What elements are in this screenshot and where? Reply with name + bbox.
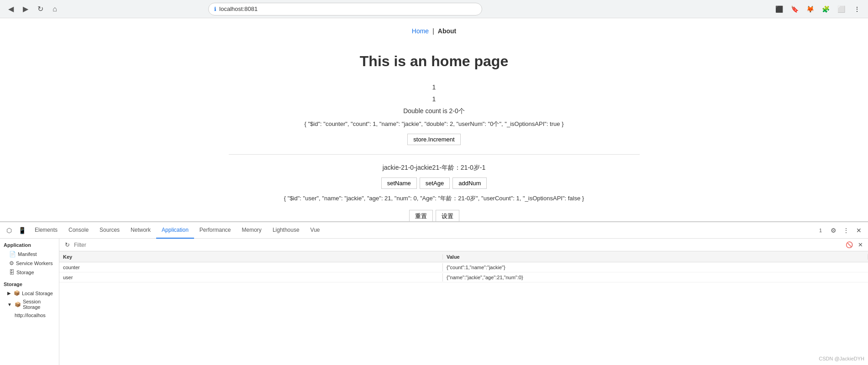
session-storage-icon: 📦 (15, 302, 21, 308)
filter-input[interactable] (74, 242, 842, 248)
table-cell-value-1: {"name":"jackie","age":21,"num":0} (443, 273, 868, 282)
devtools-tabs: Elements Console Sources Network Applica… (29, 222, 813, 239)
sidebar-item-storage-app[interactable]: 🗄 Storage (0, 268, 59, 277)
home-link[interactable]: Home (412, 27, 429, 35)
user-info: jackie-21-0-jackie21-年龄：21-0岁-1 (383, 164, 486, 172)
nav-separator: | (432, 27, 434, 35)
tab-sources[interactable]: Sources (94, 222, 125, 239)
forward-button[interactable]: ▶ (19, 3, 32, 16)
about-link[interactable]: About (438, 27, 456, 35)
filter-clear-btn[interactable]: ✕ (856, 241, 864, 249)
extension-btn-5[interactable]: ⬜ (835, 3, 848, 16)
url-text: localhost:8081 (219, 5, 258, 12)
tab-vue[interactable]: Vue (305, 222, 326, 239)
extension-btn-4[interactable]: 🧩 (820, 3, 832, 16)
storage-app-icon: 🗄 (9, 269, 15, 276)
divider (229, 154, 640, 155)
expand-arrow-local: ▶ (7, 291, 11, 296)
set-age-button[interactable]: setAge (420, 177, 450, 189)
local-storage-icon: 📦 (14, 290, 20, 296)
user-buttons: setName setAge addNum (381, 177, 487, 189)
sidebar-item-session-storage-sub[interactable]: http://localhos (0, 311, 59, 319)
tab-performance[interactable]: Performance (194, 222, 237, 239)
filter-bar: ↻ 🚫 ✕ (59, 239, 868, 251)
tab-lighthouse[interactable]: Lighthouse (267, 222, 305, 239)
increment-button[interactable]: store.Increment (407, 134, 460, 145)
table-row[interactable]: counter {"count":1,"name":"jackie"} (59, 262, 868, 272)
inspect-element-btn[interactable]: ⬡ (4, 225, 15, 236)
table-cell-key-1: user (59, 273, 443, 282)
tab-memory[interactable]: Memory (237, 222, 267, 239)
device-toggle-btn[interactable]: 📱 (16, 225, 27, 236)
browser-chrome: ◀ ▶ ↻ ⌂ ℹ localhost:8081 ⬛ 🔖 🦊 🧩 ⬜ ⋮ (0, 0, 868, 18)
address-bar[interactable]: ℹ localhost:8081 (208, 3, 482, 16)
set-name-button[interactable]: setName (381, 177, 417, 189)
extension-btn-3[interactable]: 🦊 (804, 3, 817, 16)
key-header: Key (59, 254, 443, 260)
home-button[interactable]: ⌂ (48, 3, 61, 16)
tab-elements[interactable]: Elements (29, 222, 63, 239)
menu-button[interactable]: ⋮ (851, 3, 863, 16)
sidebar-item-session-storage[interactable]: ▼ 📦 Session Storage (0, 297, 59, 311)
counter1: 1 (432, 83, 436, 91)
tab-network[interactable]: Network (125, 222, 156, 239)
refresh-button[interactable]: ↻ (34, 3, 47, 16)
nav-links: Home | About (412, 27, 456, 35)
manifest-icon: 📄 (9, 251, 16, 257)
back-button[interactable]: ◀ (5, 3, 17, 16)
action-buttons: 重置 设置 (409, 210, 459, 222)
table-cell-value-0: {"count":1,"name":"jackie"} (443, 263, 868, 271)
add-num-button[interactable]: addNum (452, 177, 487, 189)
extension-btn-1[interactable]: ⬛ (773, 3, 786, 16)
storage-table: Key Value counter {"count":1,"name":"jac… (59, 251, 868, 365)
lock-icon: ℹ (214, 6, 216, 12)
browser-actions: ⬛ 🔖 🦊 🧩 ⬜ ⋮ (773, 3, 863, 16)
storage-section-header: Storage (0, 280, 59, 289)
app-section-header: Application (0, 240, 59, 250)
storage-section: Storage ▶ 📦 Local Storage ▼ 📦 Session St… (0, 280, 59, 319)
close-devtools-btn[interactable]: ✕ (853, 225, 864, 236)
tab-console[interactable]: Console (63, 222, 94, 239)
counter2: 1 (432, 95, 436, 103)
filter-refresh-btn[interactable]: ↻ (63, 241, 71, 249)
table-cell-key-0: counter (59, 263, 443, 271)
user-json: { "$id": "user", "name": "jackie", "age"… (284, 194, 584, 203)
devtools-right-actions: 1 ⚙ ⋮ ✕ (815, 225, 864, 236)
devtools-toolbar: ⬡ 📱 Elements Console Sources Network App… (0, 222, 868, 239)
double-count: Double count is 2-0个 (403, 107, 465, 115)
service-workers-icon: ⚙ (9, 260, 14, 266)
more-devtools-btn[interactable]: ⋮ (841, 225, 852, 236)
store-json: { "$id": "counter", "count": 1, "name": … (305, 120, 564, 128)
sidebar-item-service-workers[interactable]: ⚙ Service Workers (0, 259, 59, 268)
devtools-main: ↻ 🚫 ✕ Key Value counter {"count":1,"name… (59, 239, 868, 365)
expand-arrow-session: ▼ (7, 302, 12, 307)
tab-application[interactable]: Application (156, 222, 194, 239)
filter-block-btn[interactable]: 🚫 (845, 241, 853, 249)
extension-btn-2[interactable]: 🔖 (789, 3, 801, 16)
settings-devtools-btn[interactable]: ⚙ (828, 225, 839, 236)
devtools-panel: ⬡ 📱 Elements Console Sources Network App… (0, 222, 868, 365)
table-row[interactable]: user {"name":"jackie","age":21,"num":0} (59, 272, 868, 282)
page-title: This is an home page (360, 53, 508, 70)
devtools-sidebar: Application 📄 Manifest ⚙ Service Workers… (0, 239, 59, 365)
table-header: Key Value (59, 251, 868, 262)
nav-buttons: ◀ ▶ ↻ ⌂ (5, 3, 61, 16)
sidebar-item-local-storage[interactable]: ▶ 📦 Local Storage (0, 289, 59, 297)
main-content: Home | About This is an home page 1 1 Do… (0, 18, 868, 222)
settings-button[interactable]: 设置 (436, 210, 459, 222)
reset-button[interactable]: 重置 (409, 210, 433, 222)
devtools-body: Application 📄 Manifest ⚙ Service Workers… (0, 239, 868, 365)
value-header: Value (443, 254, 868, 260)
sidebar-item-manifest[interactable]: 📄 Manifest (0, 250, 59, 259)
watermark: CSDN @JackieDYH (819, 356, 864, 361)
badge-count: 1 (815, 225, 826, 236)
